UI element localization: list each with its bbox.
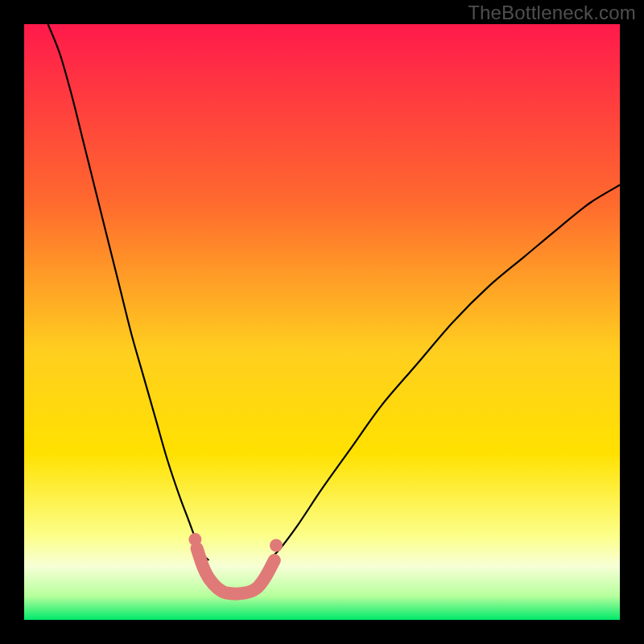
plot-area bbox=[24, 24, 620, 620]
chart-svg bbox=[24, 24, 620, 620]
gradient-background bbox=[24, 24, 620, 620]
marker-right-dot bbox=[270, 539, 283, 552]
chart-frame: TheBottleneck.com bbox=[0, 0, 644, 644]
marker-left-dot bbox=[188, 533, 201, 546]
watermark-text: TheBottleneck.com bbox=[468, 2, 636, 24]
